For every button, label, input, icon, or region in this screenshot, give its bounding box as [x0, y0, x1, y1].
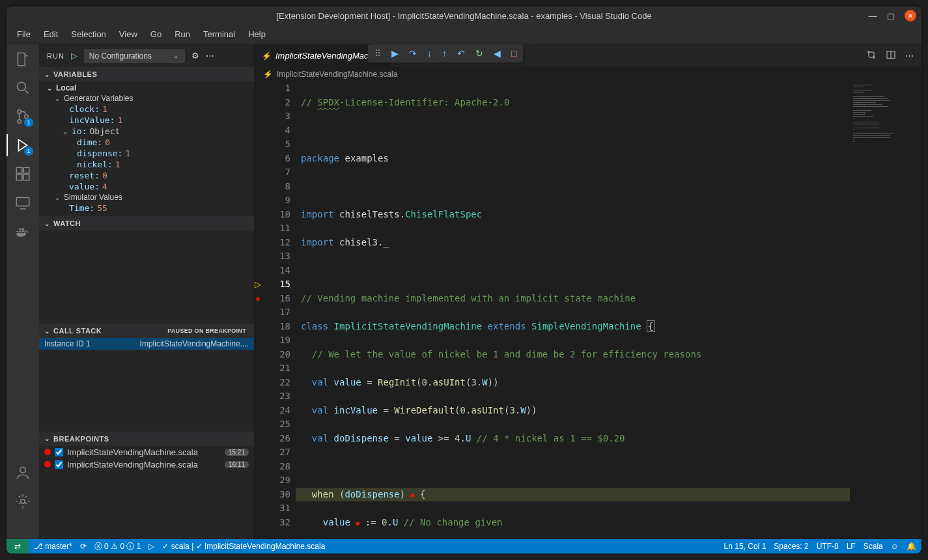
start-debug-icon[interactable]: ▷ [71, 51, 77, 61]
variables-tree: ⌄Local ⌄Generator Variables clock: 1 inc… [39, 81, 254, 216]
section-variables[interactable]: ⌄ VARIABLES [39, 67, 254, 81]
scope-simulator-values[interactable]: ⌄Simulator Values [39, 192, 254, 203]
var-time[interactable]: Time: 55 [39, 203, 254, 214]
section-watch[interactable]: ⌄ WATCH [39, 216, 254, 231]
maximize-button[interactable]: ▢ [886, 11, 895, 20]
restart-icon[interactable]: ↻ [475, 48, 483, 59]
breakpoint-line: 16:11 [225, 461, 249, 468]
stack-frame[interactable]: Instance ID 1 ImplicitStateVendingMachin… [39, 338, 254, 350]
breakpoint-dot-icon [44, 449, 51, 455]
scm-icon[interactable]: 1 [14, 108, 31, 125]
more-icon[interactable]: ⋯ [905, 51, 914, 61]
scala-icon: ⚡ [262, 51, 272, 61]
remote-indicator[interactable]: ⇄ [7, 539, 29, 553]
bell-icon[interactable]: 🔔 [907, 542, 916, 551]
split-icon[interactable] [886, 49, 896, 62]
svg-rect-4 [16, 167, 22, 173]
eol[interactable]: LF [847, 542, 856, 551]
remote-icon[interactable] [14, 194, 31, 211]
section-callstack[interactable]: ⌄ CALL STACK PAUSED ON BREAKPOINT [39, 324, 254, 338]
stop-icon[interactable]: □ [511, 48, 516, 59]
var-dime[interactable]: dime: 0 [39, 137, 254, 148]
code[interactable]: // SPDX-License-Identifier: Apache-2.0 p… [296, 81, 850, 539]
var-io[interactable]: ⌄io: Object [39, 126, 254, 137]
reverse-icon[interactable]: ◀ [494, 48, 501, 59]
cursor-position[interactable]: Ln 15, Col 1 [724, 542, 766, 551]
step-into-icon[interactable]: ↓ [427, 48, 432, 59]
sync-icon[interactable]: ⟳ [80, 542, 87, 551]
indentation[interactable]: Spaces: 2 [774, 542, 808, 551]
chevron-down-icon: ⌄ [172, 52, 180, 59]
svg-point-1 [18, 110, 21, 113]
svg-point-12 [873, 57, 875, 59]
var-reset[interactable]: reset: 0 [39, 170, 254, 181]
language-mode[interactable]: Scala [864, 542, 883, 551]
menu-run[interactable]: Run [169, 27, 195, 42]
docker-icon[interactable] [14, 223, 31, 240]
encoding[interactable]: UTF-8 [817, 542, 839, 551]
breakpoint-row[interactable]: ImplicitStateVendingMachine.scala 16:11 [39, 458, 254, 471]
step-out-icon[interactable]: ↑ [442, 48, 447, 59]
var-value[interactable]: value: 4 [39, 181, 254, 192]
breakpoint-checkbox[interactable] [55, 448, 63, 456]
search-icon[interactable] [14, 79, 31, 96]
gear-icon[interactable]: ⚙ [191, 51, 199, 61]
watch-body[interactable] [39, 231, 254, 324]
minimize-button[interactable]: — [868, 11, 877, 20]
scope-generator-variables[interactable]: ⌄Generator Variables [39, 93, 254, 104]
problems[interactable]: ⓧ 0 ⚠ 0 ⓘ 1 [94, 541, 141, 552]
grip-icon[interactable]: ⠿ [374, 48, 381, 59]
scm-badge: 1 [24, 118, 33, 127]
var-nickel[interactable]: nickel: 1 [39, 159, 254, 170]
git-branch[interactable]: ⎇ master* [34, 542, 72, 551]
menu-file[interactable]: File [12, 27, 36, 42]
svg-point-9 [20, 467, 26, 473]
svg-point-11 [868, 51, 870, 53]
glyph-margin: ▷ ● [254, 81, 262, 539]
svg-point-10 [21, 499, 25, 504]
watch-label: WATCH [53, 219, 81, 227]
window-title: [Extension Development Host] - ImplicitS… [276, 11, 651, 21]
menu-go[interactable]: Go [145, 27, 167, 42]
feedback-icon[interactable]: ☺ [891, 542, 899, 551]
minimap[interactable]: ▬▬▬▬▬▬▬▬▬▬▬▬▬▬▬▬▬▬ ▬▬▬▬▬▬▬▬ ▬▬▬▬▬▬▬▬▬▬▬▬… [850, 81, 921, 539]
breadcrumb[interactable]: ⚡ ImplicitStateVendingMachine.scala [254, 67, 921, 81]
menu-view[interactable]: View [114, 27, 143, 42]
step-back-icon[interactable]: ↶ [457, 48, 465, 59]
var-dispense[interactable]: dispense: 1 [39, 148, 254, 159]
extensions-icon[interactable] [14, 165, 31, 182]
accounts-icon[interactable] [14, 464, 31, 481]
menu-selection[interactable]: Selection [66, 27, 111, 42]
menu-edit[interactable]: Edit [38, 27, 63, 42]
settings-icon[interactable] [14, 493, 31, 510]
debug-status[interactable]: ▷ [148, 542, 154, 551]
language-status[interactable]: ✓ scala | ✓ ImplicitStateVendingMachine.… [162, 542, 325, 551]
debug-toolbar[interactable]: ⠿ ▶ ↷ ↓ ↑ ↶ ↻ ◀ □ [368, 44, 523, 63]
sidebar-title: RUN [47, 52, 64, 60]
svg-rect-5 [16, 175, 22, 180]
more-icon[interactable]: ⋯ [206, 51, 214, 61]
continue-icon[interactable]: ▶ [391, 48, 399, 59]
breakpoint-row[interactable]: ImplicitStateVendingMachine.scala 15:21 [39, 446, 254, 458]
var-clock[interactable]: clock: 1 [39, 104, 254, 115]
menu-terminal[interactable]: Terminal [198, 27, 240, 42]
window: [Extension Development Host] - ImplicitS… [7, 7, 921, 553]
close-button[interactable]: ✕ [905, 10, 916, 21]
breakpoint-checkbox[interactable] [55, 460, 63, 469]
config-dropdown[interactable]: No Configurations ⌄ [84, 49, 185, 63]
paused-label: PAUSED ON BREAKPOINT [167, 328, 246, 334]
explorer-icon[interactable] [14, 51, 31, 68]
breakpoint-icon[interactable]: ● [254, 292, 262, 306]
titlebar: [Extension Development Host] - ImplicitS… [7, 7, 921, 25]
scope-local[interactable]: ⌄Local [39, 83, 254, 93]
menu-help[interactable]: Help [243, 27, 271, 42]
run-debug-icon[interactable]: 1 [14, 137, 31, 154]
editor-body[interactable]: ▷ ● 1234 5678 9101112 13141516 17181920 … [254, 81, 921, 539]
var-incvalue[interactable]: incValue: 1 [39, 115, 254, 126]
chevron-down-icon: ⌄ [43, 220, 51, 227]
compare-icon[interactable] [866, 49, 877, 62]
section-breakpoints[interactable]: ⌄ BREAKPOINTS [39, 432, 254, 446]
step-over-icon[interactable]: ↷ [409, 48, 417, 59]
frame-id: Instance ID 1 [44, 339, 91, 348]
svg-rect-8 [16, 197, 29, 206]
